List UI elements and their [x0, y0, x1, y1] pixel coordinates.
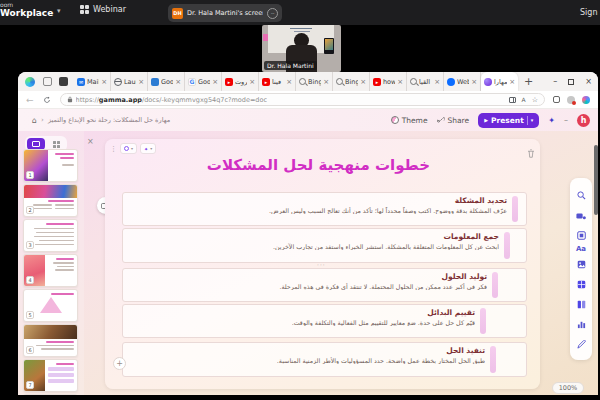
browser-tab[interactable]: ✉Mail×	[74, 72, 111, 91]
close-tab-icon[interactable]: ×	[175, 78, 181, 86]
read-aloud-icon[interactable]: A	[522, 96, 526, 103]
close-tab-icon[interactable]: ×	[101, 78, 107, 86]
table-icon[interactable]	[577, 274, 586, 293]
close-tab-icon[interactable]: ×	[212, 78, 218, 86]
section-row[interactable]: تنفيذ الحلطبق الحل المختار بخطة عمل واضح…	[122, 342, 527, 377]
tab-actions-icon[interactable]	[59, 77, 68, 86]
section-row[interactable]: جمع المعلوماتابحث عن كل المعلومات المتعل…	[122, 228, 527, 263]
browser-tab[interactable]: GGoo×	[185, 72, 222, 91]
workspace-icon[interactable]	[43, 77, 52, 86]
account-avatar[interactable]: h	[577, 114, 590, 127]
url-field[interactable]: https://gamma.app/docs/-keyqmmvgxg54q7c?…	[60, 93, 545, 106]
add-block-button[interactable]: +	[113, 357, 126, 370]
text-icon[interactable]: Aa	[576, 245, 586, 253]
slide-thumbnail[interactable]: 7	[23, 359, 78, 392]
browser-tab[interactable]: Bing×	[333, 72, 370, 91]
close-window-button[interactable]: ×	[585, 77, 592, 86]
reload-icon[interactable]	[43, 96, 51, 104]
browser-tab[interactable]: Web×	[444, 72, 481, 91]
browser-tab[interactable]: ▸how×	[370, 72, 407, 91]
section-heading: تحديد المشكلة	[269, 196, 507, 205]
theme-button[interactable]: Theme	[391, 116, 428, 125]
minimize-button[interactable]: –	[553, 77, 557, 86]
maximize-button[interactable]	[568, 79, 574, 85]
section-heading: تقييم البدائل	[292, 308, 475, 317]
insert-toolbar: Aa	[570, 178, 592, 360]
slide-thumbnail[interactable]: 8	[23, 394, 78, 395]
close-tab-icon[interactable]: ×	[509, 78, 515, 86]
slide-thumbnail[interactable]: 6	[23, 324, 78, 357]
slide-thumbnail[interactable]: 5	[23, 289, 78, 322]
youtube-favicon: ▸	[262, 78, 270, 86]
presenter-video-thumbnail[interactable]: Dr. Hala Martini	[262, 25, 341, 72]
doc-title[interactable]: خطوات منهجية لحل المشكلات	[207, 156, 430, 174]
slide-thumbnail[interactable]: 2	[23, 184, 78, 217]
split-screen-icon[interactable]	[509, 97, 516, 103]
extensions-icon[interactable]	[553, 96, 560, 103]
search-icon[interactable]	[577, 185, 586, 204]
search-favicon	[336, 78, 343, 85]
close-panel-icon[interactable]: ×	[87, 137, 94, 146]
close-tab-icon[interactable]: ×	[397, 78, 403, 86]
slide-thumbnail[interactable]: 3	[23, 219, 78, 252]
section-pill	[490, 346, 496, 373]
home-icon[interactable]: ⌂	[32, 116, 37, 125]
drag-handle-icon[interactable]: ⋮	[110, 145, 117, 153]
doc-card: ⋮ ▾ ✦▾ خطوات منهجية لحل المشكلات تحديد ا…	[105, 139, 540, 389]
zoom-titlebar: oom Workplace ▾ Webinar DH Dr. Hala Mart…	[0, 0, 600, 25]
close-tab-icon[interactable]: ×	[249, 78, 255, 86]
ai-edit-button[interactable]: ✦▾	[140, 143, 156, 154]
zoom-level-badge[interactable]: 100%	[552, 382, 584, 394]
embed-icon[interactable]	[577, 334, 586, 353]
chevron-down-icon[interactable]: ▾	[57, 7, 61, 15]
close-tab-icon[interactable]: ×	[360, 78, 366, 86]
close-tab-icon[interactable]: ×	[471, 78, 477, 86]
browser-tab[interactable]: Laun×	[111, 72, 148, 91]
browser-tab[interactable]: Bing×	[296, 72, 333, 91]
section-row[interactable]: تحديد المشكلةعرّف المشكلة بدقة ووضوح. اك…	[122, 192, 527, 226]
screen-share-tab[interactable]: DH Dr. Hala Martini's screen ···	[168, 4, 282, 22]
copilot-icon[interactable]	[582, 96, 590, 104]
close-tab-icon[interactable]: ×	[323, 78, 329, 86]
browser-tab[interactable]: ▸كروت×	[222, 72, 259, 91]
webinar-label: Webinar	[93, 5, 126, 14]
web-favicon	[447, 78, 455, 86]
share-icon	[437, 116, 445, 124]
browser-tab[interactable]: القيا×	[407, 72, 444, 91]
present-dropdown-icon[interactable]: ▾	[531, 117, 534, 123]
delete-card-button[interactable]	[527, 143, 535, 162]
image-icon[interactable]	[577, 254, 586, 273]
scrollbar-thumb[interactable]	[594, 145, 598, 215]
media-icon[interactable]	[576, 205, 586, 224]
search-favicon	[410, 78, 417, 85]
block-handle-icon[interactable]: ···	[317, 261, 326, 268]
close-tab-icon[interactable]: ×	[286, 78, 292, 86]
layout-icon[interactable]	[577, 294, 586, 313]
breadcrumb[interactable]: مهارة حل المشكلات: رحلة نحو الإبداع والت…	[48, 116, 170, 124]
slide-thumbnail[interactable]: 1	[23, 149, 78, 182]
card-template-icon[interactable]	[577, 225, 586, 244]
browser-tab[interactable]: Goo×	[148, 72, 185, 91]
theme-icon	[391, 116, 399, 124]
sign-in-link[interactable]: Sign in	[580, 8, 600, 17]
chart-icon[interactable]	[577, 314, 586, 333]
profile-icon[interactable]	[567, 96, 575, 104]
webinar-tab[interactable]: Webinar	[80, 5, 126, 14]
section-row[interactable]: تقييم البدائلقيّم كل حل على حدة. ضع معاي…	[122, 304, 527, 338]
ai-sparkle-icon[interactable]: ✦	[548, 116, 555, 125]
collapse-icon[interactable]: –	[564, 116, 568, 125]
back-icon[interactable]: ←	[26, 95, 34, 105]
card-style-button[interactable]: ▾	[120, 143, 137, 154]
slide-thumbnail[interactable]: 4	[23, 254, 78, 287]
browser-tab-active[interactable]: مهارا×	[481, 72, 518, 91]
close-tab-icon[interactable]: ×	[138, 78, 144, 86]
more-options-icon[interactable]: ···	[267, 8, 278, 19]
section-row[interactable]: توليد الحلولفكر في أكبر عدد ممكن من الحل…	[122, 268, 527, 302]
share-button[interactable]: Share	[437, 116, 470, 125]
browser-tab[interactable]: ▸فينا×	[259, 72, 296, 91]
close-tab-icon[interactable]: ×	[434, 78, 440, 86]
new-tab-button[interactable]: +	[524, 75, 533, 88]
edge-browser-icon[interactable]	[25, 77, 35, 87]
favorite-star-icon[interactable]: ☆	[532, 96, 538, 104]
present-button[interactable]: ▶ Present ▾	[478, 113, 539, 128]
